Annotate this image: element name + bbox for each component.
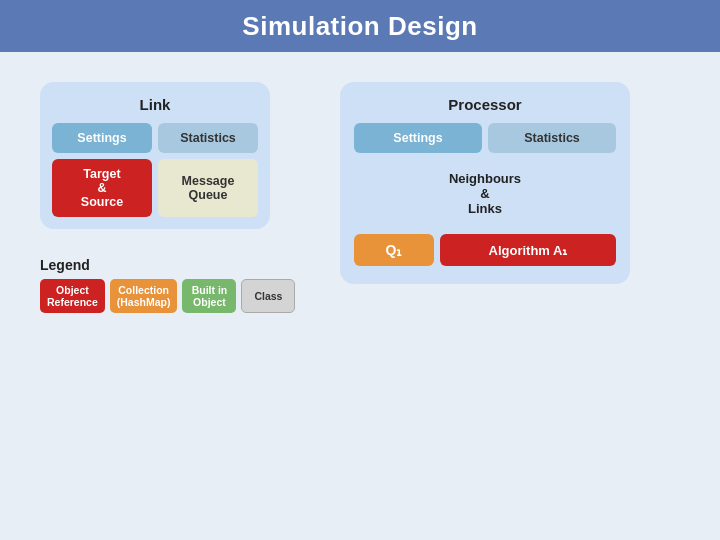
- legend-builtin: Built in Object: [182, 279, 236, 313]
- legend-class: Class: [241, 279, 295, 313]
- processor-box: Processor Settings Statistics Neighbours…: [340, 82, 630, 284]
- proc-statistics-cell: Statistics: [488, 123, 616, 153]
- proc-neighbours-cell: Neighbours & Links: [354, 159, 616, 228]
- title-bar: Simulation Design: [0, 0, 720, 52]
- left-column: Link Settings Statistics Target & Source…: [30, 72, 310, 520]
- link-grid: Settings Statistics Target & Source Mess…: [52, 123, 258, 217]
- link-messagequeue-cell: Message Queue: [158, 159, 258, 217]
- processor-title: Processor: [354, 96, 616, 113]
- proc-bottom-row: Q₁ Algorithm A₁: [354, 234, 616, 266]
- link-box-title: Link: [52, 96, 258, 113]
- proc-settings-cell: Settings: [354, 123, 482, 153]
- legend: Legend Object Reference Collection (Hash…: [40, 257, 310, 313]
- page-title: Simulation Design: [242, 11, 477, 42]
- main-area: Link Settings Statistics Target & Source…: [0, 52, 720, 540]
- link-settings-cell: Settings: [52, 123, 152, 153]
- proc-q1-cell: Q₁: [354, 234, 434, 266]
- legend-title: Legend: [40, 257, 310, 273]
- right-column: Processor Settings Statistics Neighbours…: [340, 72, 690, 520]
- legend-items: Object Reference Collection (HashMap) Bu…: [40, 279, 310, 313]
- link-statistics-cell: Statistics: [158, 123, 258, 153]
- proc-middle-row: Neighbours & Links: [354, 159, 616, 228]
- proc-algorithm-cell: Algorithm A₁: [440, 234, 616, 266]
- link-box: Link Settings Statistics Target & Source…: [40, 82, 270, 229]
- legend-object: Object Reference: [40, 279, 105, 313]
- legend-collection: Collection (HashMap): [110, 279, 178, 313]
- link-target-cell: Target & Source: [52, 159, 152, 217]
- proc-top-row: Settings Statistics: [354, 123, 616, 153]
